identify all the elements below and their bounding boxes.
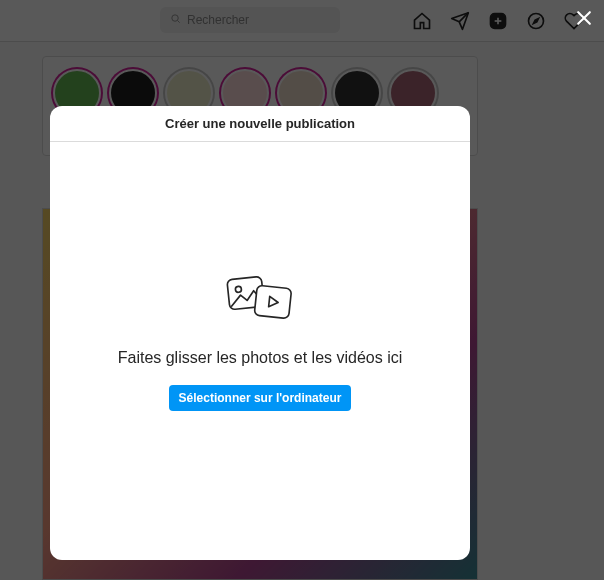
photo-video-icon (224, 271, 296, 331)
svg-rect-12 (254, 285, 291, 318)
create-post-modal: Créer une nouvelle publication Faites gl… (50, 106, 470, 560)
drag-instruction-text: Faites glisser les photos et les vidéos … (118, 349, 403, 367)
modal-body[interactable]: Faites glisser les photos et les vidéos … (50, 142, 470, 560)
modal-title: Créer une nouvelle publication (50, 106, 470, 142)
close-icon[interactable] (572, 6, 596, 30)
select-from-computer-button[interactable]: Sélectionner sur l'ordinateur (169, 385, 352, 411)
